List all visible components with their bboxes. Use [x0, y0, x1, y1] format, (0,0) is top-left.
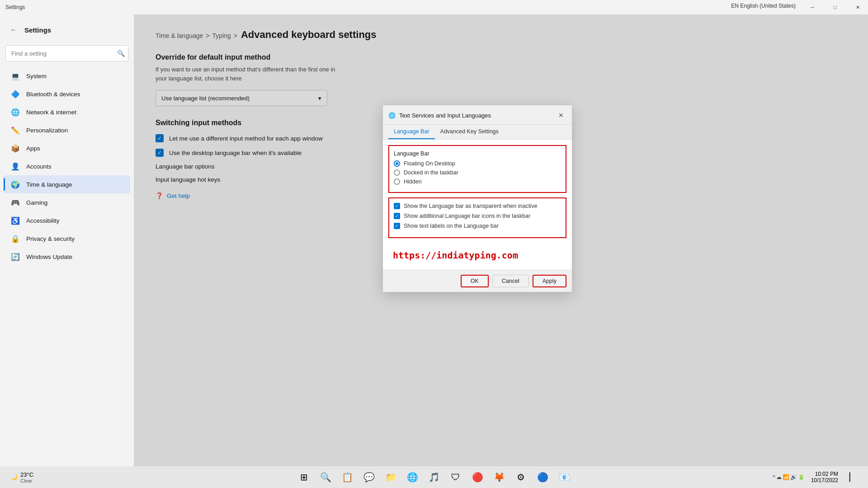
- sidebar-item-system[interactable]: 💻 System: [4, 67, 130, 85]
- text-services-dialog: 🌐 Text Services and Input Languages ✕ La…: [382, 105, 572, 292]
- sidebar-item-label: Network & internet: [26, 109, 76, 116]
- sidebar: ← Settings 🔍 💻 System 🔷 Bluetooth & devi…: [0, 14, 134, 470]
- weather-widget[interactable]: 🌙 23°C Clear: [7, 469, 37, 485]
- watermark-url: https://indiatyping.com: [388, 243, 566, 264]
- language-bar-section: Language Bar Floating On Desktop Docked …: [388, 145, 566, 193]
- taskbar-right: ^ ☁ 📶 🔊 🔋 10:02 PM 10/17/2022 ▏: [773, 469, 861, 485]
- radio-hidden-label: Hidden: [404, 178, 422, 185]
- show-desktop-button[interactable]: ▏: [844, 469, 861, 485]
- sidebar-item-label: Apps: [26, 145, 40, 152]
- tab-language-bar[interactable]: Language Bar: [388, 125, 435, 139]
- sidebar-item-label: System: [26, 73, 47, 80]
- radio-floating-label: Floating On Desktop: [404, 160, 455, 167]
- weather-icon: 🌙: [11, 474, 18, 480]
- lang-bar-section-title: Language Bar: [394, 150, 561, 157]
- sidebar-item-personalization[interactable]: ✏️ Personalization: [4, 121, 130, 139]
- mcafee-button[interactable]: 🔴: [467, 467, 487, 487]
- maximize-button[interactable]: □: [825, 0, 845, 14]
- search-box: 🔍: [5, 45, 128, 61]
- tray-battery-icon[interactable]: 🔋: [798, 474, 805, 480]
- tray-wifi-icon[interactable]: 📶: [783, 474, 789, 480]
- taskbar: 🌙 23°C Clear ⊞ 🔍 📋 💬 📁 🌐 🎵 🛡 🔴 🦊 ⚙ 🔵 📧 ^…: [0, 466, 868, 488]
- mail-button[interactable]: 📧: [554, 467, 574, 487]
- dialog-title-left: 🌐 Text Services and Input Languages: [388, 112, 491, 119]
- lang-indicator: EN English (United States): [731, 3, 796, 9]
- tray-chevron[interactable]: ^: [773, 474, 775, 480]
- apply-button[interactable]: Apply: [533, 275, 566, 287]
- sidebar-item-time[interactable]: 🌍 Time & language: [4, 175, 130, 193]
- checkbox-additional-icons[interactable]: [394, 213, 400, 219]
- kaspersky-button[interactable]: 🛡: [446, 467, 466, 487]
- file-explorer-button[interactable]: 📁: [381, 467, 401, 487]
- back-button[interactable]: ←: [7, 23, 20, 36]
- checkbox-transparent[interactable]: [394, 203, 400, 209]
- search-button[interactable]: 🔍: [316, 467, 335, 487]
- close-button[interactable]: ✕: [847, 0, 868, 14]
- checkbox-text-labels[interactable]: [394, 223, 400, 229]
- dialog-icon: 🌐: [388, 112, 396, 119]
- dialog-title-text: Text Services and Input Languages: [399, 112, 491, 119]
- minimize-button[interactable]: ─: [802, 0, 823, 14]
- radio-row-floating: Floating On Desktop: [394, 160, 561, 167]
- accounts-icon: 👤: [11, 162, 20, 171]
- system-tray: ^ ☁ 📶 🔊 🔋: [773, 474, 805, 480]
- sidebar-item-update[interactable]: 🔄 Windows Update: [4, 248, 130, 266]
- system-icon: 💻: [11, 71, 20, 80]
- taskbar-center: ⊞ 🔍 📋 💬 📁 🌐 🎵 🛡 🔴 🦊 ⚙ 🔵 📧: [294, 467, 574, 487]
- radio-docked-label: Docked in the taskbar: [404, 169, 458, 176]
- sidebar-item-accessibility[interactable]: ♿ Accessibility: [4, 211, 130, 230]
- firefox-button[interactable]: 🦊: [489, 467, 509, 487]
- weather-condition: Clear: [20, 478, 33, 483]
- sidebar-item-accounts[interactable]: 👤 Accounts: [4, 157, 130, 175]
- clock-date: 10/17/2022: [811, 477, 838, 483]
- bluetooth-icon: 🔷: [11, 89, 20, 99]
- clock-time: 10:02 PM: [815, 471, 838, 477]
- sidebar-item-label: Personalization: [26, 127, 68, 134]
- cancel-button[interactable]: Cancel: [492, 275, 529, 287]
- personalization-icon: ✏️: [11, 126, 20, 135]
- dialog-close-button[interactable]: ✕: [556, 110, 566, 121]
- radio-row-hidden: Hidden: [394, 178, 561, 185]
- start-button[interactable]: ⊞: [294, 467, 314, 487]
- groove-music-button[interactable]: 🎵: [424, 467, 444, 487]
- weather-temp: 23°C: [20, 471, 33, 478]
- radio-hidden[interactable]: [394, 178, 400, 185]
- privacy-icon: 🔒: [11, 234, 20, 243]
- sidebar-item-privacy[interactable]: 🔒 Privacy & security: [4, 230, 130, 248]
- weather-info: 23°C Clear: [20, 471, 33, 483]
- opt-row-transparent[interactable]: Show the Language bar as transparent whe…: [394, 203, 561, 209]
- radio-docked-taskbar[interactable]: [394, 169, 400, 176]
- dialog-tabs: Language Bar Advanced Key Settings: [383, 125, 572, 140]
- radio-row-docked: Docked in the taskbar: [394, 169, 561, 176]
- sidebar-item-apps[interactable]: 📦 Apps: [4, 139, 130, 157]
- opt-row-text-labels[interactable]: Show text labels on the Language bar: [394, 223, 561, 229]
- title-bar: Settings EN English (United States) ─ □ …: [0, 0, 868, 14]
- network-icon: 🌐: [11, 108, 20, 117]
- gaming-icon: 🎮: [11, 198, 20, 207]
- app-container: ← Settings 🔍 💻 System 🔷 Bluetooth & devi…: [0, 14, 868, 470]
- sidebar-header: ← Settings: [0, 18, 134, 45]
- sidebar-item-label: Gaming: [26, 199, 47, 206]
- sidebar-item-label: Privacy & security: [26, 235, 75, 242]
- opt-row-additional-icons[interactable]: Show additional Language bar icons in th…: [394, 213, 561, 219]
- tray-cloud-icon[interactable]: ☁: [776, 474, 782, 480]
- task-view-button[interactable]: 📋: [337, 467, 357, 487]
- settings-button[interactable]: ⚙: [511, 467, 531, 487]
- tray-volume-icon[interactable]: 🔊: [790, 474, 797, 480]
- checkbox-transparent-label: Show the Language bar as transparent whe…: [404, 203, 537, 209]
- checkbox-additional-icons-label: Show additional Language bar icons in th…: [404, 213, 530, 219]
- clock[interactable]: 10:02 PM 10/17/2022: [808, 469, 841, 485]
- tab-advanced-key-settings[interactable]: Advanced Key Settings: [435, 125, 504, 139]
- apps-icon: 📦: [11, 144, 20, 153]
- sidebar-item-bluetooth[interactable]: 🔷 Bluetooth & devices: [4, 85, 130, 103]
- search-input[interactable]: [5, 45, 128, 61]
- sidebar-item-network[interactable]: 🌐 Network & internet: [4, 103, 130, 121]
- dialog-body: Language Bar Floating On Desktop Docked …: [383, 140, 572, 270]
- ok-button[interactable]: OK: [461, 275, 489, 287]
- edge-button[interactable]: 🌐: [402, 467, 422, 487]
- teams-button[interactable]: 💬: [359, 467, 379, 487]
- sidebar-item-label: Time & language: [26, 181, 72, 188]
- radio-floating-on-desktop[interactable]: [394, 160, 400, 167]
- chrome-button[interactable]: 🔵: [533, 467, 552, 487]
- sidebar-item-gaming[interactable]: 🎮 Gaming: [4, 193, 130, 211]
